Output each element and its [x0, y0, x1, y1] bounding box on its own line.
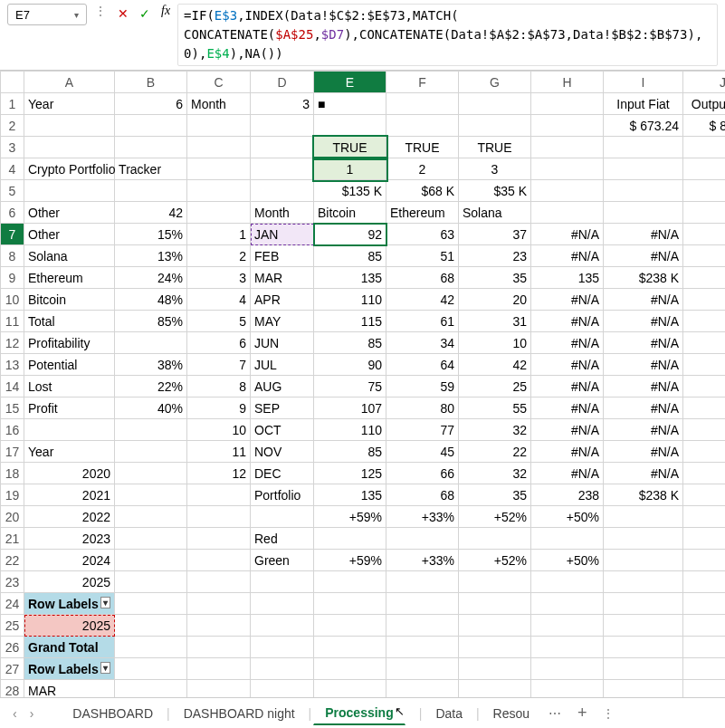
cell[interactable]: [683, 398, 726, 419]
cell[interactable]: [604, 180, 683, 202]
cell[interactable]: [683, 245, 726, 267]
cell[interactable]: Year: [24, 441, 115, 463]
cell[interactable]: 68: [386, 484, 459, 506]
cell[interactable]: [683, 506, 726, 528]
cell[interactable]: [115, 528, 187, 550]
cell[interactable]: 34: [386, 332, 459, 354]
cell[interactable]: [24, 419, 115, 441]
cell[interactable]: APR: [251, 289, 314, 311]
cell[interactable]: 35: [459, 484, 531, 506]
cell[interactable]: 37: [459, 224, 531, 245]
cell[interactable]: 92: [314, 224, 386, 245]
row-header[interactable]: 19: [1, 484, 24, 506]
cell[interactable]: 13%: [115, 245, 187, 267]
cell[interactable]: #N/A: [604, 419, 683, 441]
tab-resources[interactable]: Resou: [482, 702, 541, 725]
cell[interactable]: [683, 419, 726, 441]
cell[interactable]: [531, 528, 604, 550]
cell[interactable]: 2025: [24, 571, 115, 593]
cell[interactable]: 125: [314, 463, 386, 484]
cell[interactable]: 9: [187, 398, 251, 419]
row-header[interactable]: 9: [1, 267, 24, 289]
cell[interactable]: [115, 137, 187, 158]
cell[interactable]: 75: [314, 376, 386, 398]
cell[interactable]: JUL: [251, 354, 314, 376]
cell[interactable]: 90: [314, 354, 386, 376]
filter-icon[interactable]: ▾: [100, 662, 110, 674]
cell[interactable]: [115, 441, 187, 463]
cell[interactable]: [187, 680, 251, 698]
cell[interactable]: Month: [187, 93, 251, 115]
row-header[interactable]: 3: [1, 137, 24, 158]
cell[interactable]: JAN: [251, 224, 314, 245]
cell[interactable]: [187, 550, 251, 571]
cell[interactable]: 24%: [115, 267, 187, 289]
cell[interactable]: 22%: [115, 376, 187, 398]
cell[interactable]: [314, 593, 386, 615]
cell[interactable]: [251, 115, 314, 137]
cell[interactable]: 238: [531, 484, 604, 506]
cell[interactable]: [115, 332, 187, 354]
cell[interactable]: 80: [386, 398, 459, 419]
cell[interactable]: +52%: [459, 550, 531, 571]
cell[interactable]: [187, 658, 251, 680]
cell[interactable]: 115: [314, 311, 386, 332]
cell[interactable]: #N/A: [531, 419, 604, 441]
cell[interactable]: [187, 484, 251, 506]
cell[interactable]: 85: [314, 441, 386, 463]
cell[interactable]: [314, 615, 386, 637]
cell[interactable]: [386, 571, 459, 593]
cell[interactable]: [251, 680, 314, 698]
cell[interactable]: 110: [314, 419, 386, 441]
cell[interactable]: Month: [251, 202, 314, 224]
cell[interactable]: [187, 571, 251, 593]
cell[interactable]: [187, 637, 251, 658]
cell[interactable]: 2: [386, 158, 459, 180]
cell[interactable]: [187, 506, 251, 528]
cell[interactable]: 85%: [115, 311, 187, 332]
cell[interactable]: #N/A: [531, 376, 604, 398]
cell[interactable]: Other: [24, 224, 115, 245]
cell[interactable]: [604, 202, 683, 224]
cell[interactable]: [251, 506, 314, 528]
cell[interactable]: [187, 615, 251, 637]
cell[interactable]: +59%: [314, 506, 386, 528]
cell[interactable]: [115, 550, 187, 571]
cell[interactable]: [604, 680, 683, 698]
cell[interactable]: 23: [459, 245, 531, 267]
cell[interactable]: [459, 615, 531, 637]
cell[interactable]: [115, 680, 187, 698]
col-header[interactable]: J: [683, 72, 726, 93]
cell[interactable]: 6: [187, 332, 251, 354]
cell[interactable]: [314, 571, 386, 593]
cell[interactable]: [459, 593, 531, 615]
cell[interactable]: 135: [531, 267, 604, 289]
row-header[interactable]: 2: [1, 115, 24, 137]
cell[interactable]: [251, 180, 314, 202]
cell[interactable]: #N/A: [604, 311, 683, 332]
col-header[interactable]: A: [24, 72, 115, 93]
row-header[interactable]: 21: [1, 528, 24, 550]
cell[interactable]: [683, 593, 726, 615]
cell[interactable]: [314, 680, 386, 698]
cell[interactable]: [314, 115, 386, 137]
prev-sheet-icon[interactable]: ‹: [7, 706, 23, 721]
cell[interactable]: [314, 658, 386, 680]
cell[interactable]: [683, 441, 726, 463]
cell[interactable]: #N/A: [604, 245, 683, 267]
cell[interactable]: JUN: [251, 332, 314, 354]
cell[interactable]: [531, 680, 604, 698]
row-header[interactable]: 12: [1, 332, 24, 354]
cell[interactable]: +33%: [386, 506, 459, 528]
cell[interactable]: [459, 571, 531, 593]
cell[interactable]: 85: [314, 332, 386, 354]
cell[interactable]: #N/A: [604, 224, 683, 245]
cell[interactable]: Year: [24, 93, 115, 115]
cell[interactable]: [683, 615, 726, 637]
cell[interactable]: Ethereum: [24, 267, 115, 289]
row-header[interactable]: 26: [1, 637, 24, 658]
cell[interactable]: +52%: [459, 506, 531, 528]
cell[interactable]: [187, 528, 251, 550]
cell[interactable]: [459, 115, 531, 137]
cell[interactable]: $238 K: [604, 267, 683, 289]
